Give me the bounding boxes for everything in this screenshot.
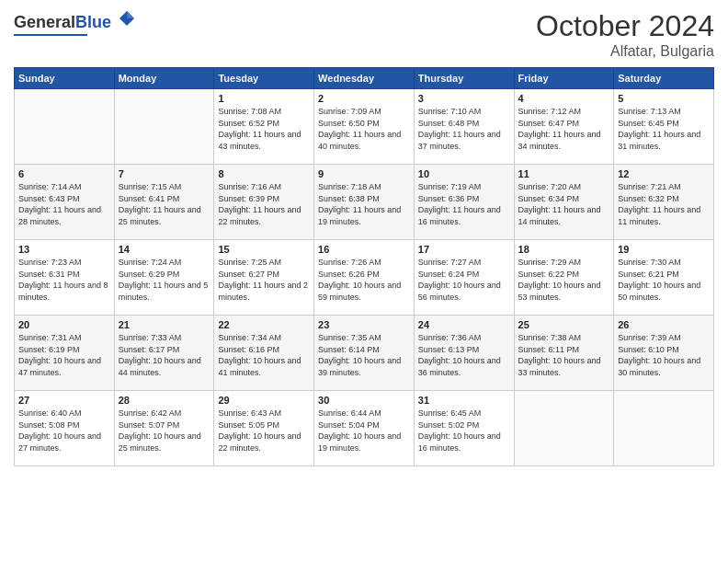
calendar-cell: 25Sunrise: 7:38 AM Sunset: 6:11 PM Dayli…	[514, 316, 614, 391]
day-info: Sunrise: 7:21 AM Sunset: 6:32 PM Dayligh…	[618, 181, 710, 227]
day-number: 27	[18, 395, 110, 406]
calendar-week-row: 6Sunrise: 7:14 AM Sunset: 6:43 PM Daylig…	[15, 165, 714, 240]
day-number: 17	[418, 244, 510, 255]
day-number: 26	[618, 319, 710, 330]
day-info: Sunrise: 7:30 AM Sunset: 6:21 PM Dayligh…	[618, 257, 710, 303]
calendar-cell: 8Sunrise: 7:16 AM Sunset: 6:39 PM Daylig…	[214, 165, 314, 240]
day-info: Sunrise: 7:14 AM Sunset: 6:43 PM Dayligh…	[18, 181, 110, 227]
day-number: 28	[119, 395, 210, 406]
weekday-header-cell: Wednesday	[314, 68, 415, 89]
day-info: Sunrise: 7:19 AM Sunset: 6:36 PM Dayligh…	[418, 181, 510, 227]
calendar-cell: 21Sunrise: 7:33 AM Sunset: 6:17 PM Dayli…	[114, 316, 214, 391]
logo: GeneralBlue	[14, 9, 136, 36]
day-number: 8	[218, 168, 310, 179]
day-info: Sunrise: 7:15 AM Sunset: 6:41 PM Dayligh…	[119, 181, 210, 227]
day-info: Sunrise: 7:09 AM Sunset: 6:50 PM Dayligh…	[318, 106, 410, 152]
calendar-cell: 9Sunrise: 7:18 AM Sunset: 6:38 PM Daylig…	[314, 165, 415, 240]
calendar-cell: 17Sunrise: 7:27 AM Sunset: 6:24 PM Dayli…	[414, 240, 514, 316]
day-number: 30	[318, 395, 410, 406]
day-number: 12	[618, 168, 710, 179]
calendar-cell	[114, 89, 214, 165]
calendar-cell: 13Sunrise: 7:23 AM Sunset: 6:31 PM Dayli…	[15, 240, 115, 316]
day-number: 13	[18, 244, 110, 255]
weekday-header-cell: Tuesday	[214, 68, 314, 89]
title-block: October 2024 Alfatar, Bulgaria	[536, 9, 714, 60]
calendar-week-row: 20Sunrise: 7:31 AM Sunset: 6:19 PM Dayli…	[15, 316, 714, 391]
calendar-cell: 2Sunrise: 7:09 AM Sunset: 6:50 PM Daylig…	[314, 89, 415, 165]
day-number: 1	[218, 93, 310, 104]
calendar-cell: 22Sunrise: 7:34 AM Sunset: 6:16 PM Dayli…	[214, 316, 314, 391]
calendar-cell: 4Sunrise: 7:12 AM Sunset: 6:47 PM Daylig…	[514, 89, 614, 165]
calendar-cell: 10Sunrise: 7:19 AM Sunset: 6:36 PM Dayli…	[414, 165, 514, 240]
calendar-cell: 26Sunrise: 7:39 AM Sunset: 6:10 PM Dayli…	[614, 316, 714, 391]
day-number: 4	[518, 93, 610, 104]
weekday-header-cell: Monday	[114, 68, 214, 89]
day-number: 23	[318, 319, 410, 330]
day-number: 16	[318, 244, 410, 255]
month-title: October 2024	[536, 9, 714, 43]
calendar-cell: 15Sunrise: 7:25 AM Sunset: 6:27 PM Dayli…	[214, 240, 314, 316]
calendar-cell: 23Sunrise: 7:35 AM Sunset: 6:14 PM Dayli…	[314, 316, 415, 391]
calendar-cell: 29Sunrise: 6:43 AM Sunset: 5:05 PM Dayli…	[214, 391, 314, 466]
calendar-cell: 1Sunrise: 7:08 AM Sunset: 6:52 PM Daylig…	[214, 89, 314, 165]
day-info: Sunrise: 7:16 AM Sunset: 6:39 PM Dayligh…	[218, 181, 310, 227]
calendar-cell: 12Sunrise: 7:21 AM Sunset: 6:32 PM Dayli…	[614, 165, 714, 240]
day-info: Sunrise: 7:12 AM Sunset: 6:47 PM Dayligh…	[518, 106, 610, 152]
day-number: 18	[518, 244, 610, 255]
calendar-cell	[614, 391, 714, 466]
calendar-cell: 20Sunrise: 7:31 AM Sunset: 6:19 PM Dayli…	[15, 316, 115, 391]
day-number: 9	[318, 168, 410, 179]
day-info: Sunrise: 7:24 AM Sunset: 6:29 PM Dayligh…	[119, 257, 210, 303]
day-info: Sunrise: 7:10 AM Sunset: 6:48 PM Dayligh…	[418, 106, 510, 152]
day-number: 24	[418, 319, 510, 330]
calendar-cell: 31Sunrise: 6:45 AM Sunset: 5:02 PM Dayli…	[414, 391, 514, 466]
logo-icon	[118, 9, 136, 28]
calendar-cell: 7Sunrise: 7:15 AM Sunset: 6:41 PM Daylig…	[114, 165, 214, 240]
day-info: Sunrise: 6:42 AM Sunset: 5:07 PM Dayligh…	[119, 408, 210, 454]
calendar-cell: 18Sunrise: 7:29 AM Sunset: 6:22 PM Dayli…	[514, 240, 614, 316]
calendar-cell: 27Sunrise: 6:40 AM Sunset: 5:08 PM Dayli…	[15, 391, 115, 466]
day-info: Sunrise: 7:39 AM Sunset: 6:10 PM Dayligh…	[618, 332, 710, 378]
day-info: Sunrise: 7:35 AM Sunset: 6:14 PM Dayligh…	[318, 332, 410, 378]
calendar-week-row: 13Sunrise: 7:23 AM Sunset: 6:31 PM Dayli…	[15, 240, 714, 316]
day-number: 31	[418, 395, 510, 406]
calendar-cell: 14Sunrise: 7:24 AM Sunset: 6:29 PM Dayli…	[114, 240, 214, 316]
day-info: Sunrise: 7:33 AM Sunset: 6:17 PM Dayligh…	[119, 332, 210, 378]
weekday-header-cell: Saturday	[614, 68, 714, 89]
calendar-cell: 11Sunrise: 7:20 AM Sunset: 6:34 PM Dayli…	[514, 165, 614, 240]
calendar-cell: 24Sunrise: 7:36 AM Sunset: 6:13 PM Dayli…	[414, 316, 514, 391]
calendar-cell: 6Sunrise: 7:14 AM Sunset: 6:43 PM Daylig…	[15, 165, 115, 240]
calendar-cell: 19Sunrise: 7:30 AM Sunset: 6:21 PM Dayli…	[614, 240, 714, 316]
calendar-cell: 28Sunrise: 6:42 AM Sunset: 5:07 PM Dayli…	[114, 391, 214, 466]
day-number: 7	[119, 168, 210, 179]
calendar-cell: 5Sunrise: 7:13 AM Sunset: 6:45 PM Daylig…	[614, 89, 714, 165]
day-number: 6	[18, 168, 110, 179]
day-info: Sunrise: 7:27 AM Sunset: 6:24 PM Dayligh…	[418, 257, 510, 303]
day-number: 2	[318, 93, 410, 104]
day-number: 22	[218, 319, 310, 330]
day-number: 14	[119, 244, 210, 255]
calendar-cell	[514, 391, 614, 466]
calendar-cell: 3Sunrise: 7:10 AM Sunset: 6:48 PM Daylig…	[414, 89, 514, 165]
calendar-body: 1Sunrise: 7:08 AM Sunset: 6:52 PM Daylig…	[15, 89, 714, 466]
day-info: Sunrise: 7:26 AM Sunset: 6:26 PM Dayligh…	[318, 257, 410, 303]
logo-divider	[14, 34, 87, 36]
day-info: Sunrise: 6:43 AM Sunset: 5:05 PM Dayligh…	[218, 408, 310, 454]
day-number: 21	[119, 319, 210, 330]
day-info: Sunrise: 7:34 AM Sunset: 6:16 PM Dayligh…	[218, 332, 310, 378]
weekday-header-cell: Thursday	[414, 68, 514, 89]
day-info: Sunrise: 6:40 AM Sunset: 5:08 PM Dayligh…	[18, 408, 110, 454]
header: GeneralBlue October 2024 Alfatar, Bulgar…	[14, 9, 714, 60]
day-info: Sunrise: 7:13 AM Sunset: 6:45 PM Dayligh…	[618, 106, 710, 152]
weekday-header-cell: Friday	[514, 68, 614, 89]
day-info: Sunrise: 7:20 AM Sunset: 6:34 PM Dayligh…	[518, 181, 610, 227]
calendar-cell	[15, 89, 115, 165]
calendar-cell: 30Sunrise: 6:44 AM Sunset: 5:04 PM Dayli…	[314, 391, 415, 466]
calendar-week-row: 1Sunrise: 7:08 AM Sunset: 6:52 PM Daylig…	[15, 89, 714, 165]
day-info: Sunrise: 7:23 AM Sunset: 6:31 PM Dayligh…	[18, 257, 110, 303]
day-number: 10	[418, 168, 510, 179]
svg-marker-1	[127, 11, 134, 18]
weekday-header-cell: Sunday	[15, 68, 115, 89]
day-info: Sunrise: 7:31 AM Sunset: 6:19 PM Dayligh…	[18, 332, 110, 378]
day-number: 20	[18, 319, 110, 330]
